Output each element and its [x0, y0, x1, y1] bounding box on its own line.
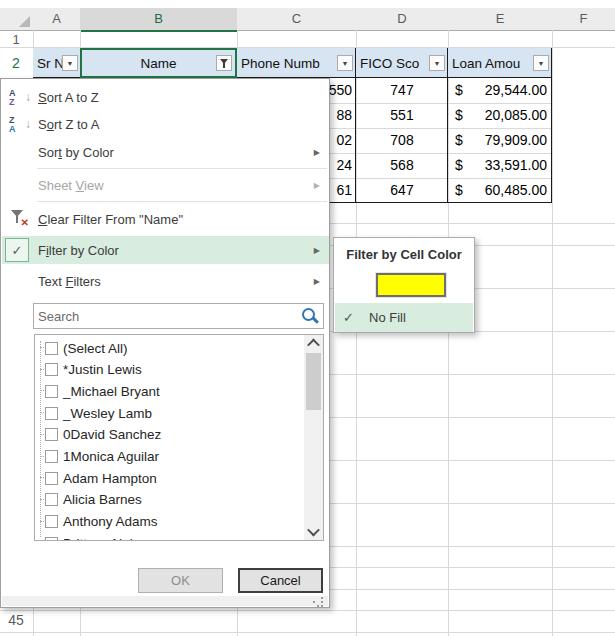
ok-button[interactable]: OK: [138, 568, 223, 593]
column-header-d[interactable]: D: [356, 8, 449, 31]
loan-filter-dropdown-button[interactable]: ▼: [533, 55, 549, 71]
checkbox[interactable]: [45, 515, 58, 528]
column-header-e[interactable]: E: [448, 8, 553, 31]
submenu-title: Filter by Cell Color: [334, 247, 474, 262]
list-item[interactable]: _Wesley Lamb: [35, 402, 303, 424]
loan-cell[interactable]: $33,591.00: [448, 153, 552, 178]
loan-amount: 20,085.00: [485, 103, 547, 128]
header-cell-loan[interactable]: Loan Amou ▼: [448, 48, 552, 78]
filter-by-cell-color-submenu: Filter by Cell Color ✓ No Fill: [333, 237, 475, 333]
currency-symbol: $: [455, 103, 463, 128]
menu-item-filter-by-color[interactable]: ✓ Filter by Color ▶: [2, 236, 329, 264]
list-item[interactable]: *Justin Lewis: [35, 359, 303, 381]
sr-filter-dropdown-button[interactable]: ▼: [62, 55, 78, 71]
list-item-label: Alicia Barnes: [63, 492, 142, 507]
chevron-down-icon: ▼: [67, 60, 74, 67]
header-cell-name-selected[interactable]: Name: [80, 48, 237, 78]
list-item-label: 1Monica Aguilar: [63, 449, 159, 464]
checkbox[interactable]: [45, 342, 58, 355]
checkbox[interactable]: [45, 493, 58, 506]
menu-item-text-filters[interactable]: Text Filters ▶: [2, 268, 329, 294]
fico-cell[interactable]: 551: [356, 103, 448, 128]
checkbox[interactable]: [45, 363, 58, 376]
menu-item-clear-filter[interactable]: ✕ Clear Filter From "Name": [2, 205, 329, 233]
menu-separator: [37, 201, 327, 202]
list-item[interactable]: 0David Sanchez: [35, 424, 303, 446]
checkbox[interactable]: [45, 450, 58, 463]
fico-cell[interactable]: 568: [356, 153, 448, 178]
header-cell-phone[interactable]: Phone Numb ▼: [237, 48, 356, 78]
menu-item-sort-by-color[interactable]: Sort by Color ▶: [2, 139, 329, 165]
search-icon[interactable]: [301, 307, 319, 325]
fico-cell[interactable]: 708: [356, 128, 448, 153]
menu-item-label: Text Filters: [38, 274, 101, 289]
list-item-label: *Justin Lewis: [63, 362, 142, 377]
currency-symbol: $: [455, 128, 463, 153]
chevron-down-icon: ▼: [342, 60, 349, 67]
select-all-corner[interactable]: [0, 8, 34, 31]
list-item-label: (Select All): [63, 341, 128, 356]
name-filter-active-button[interactable]: [216, 55, 232, 71]
checked-state-icon: ✓: [5, 238, 29, 262]
header-cell-sr-no[interactable]: Sr N ▼: [33, 48, 80, 78]
search-input[interactable]: [34, 304, 304, 328]
cancel-button[interactable]: Cancel: [238, 568, 323, 593]
list-item-label: _Wesley Lamb: [63, 406, 152, 421]
menu-item-label: Sort A to Z: [38, 90, 99, 105]
phone-filter-dropdown-button[interactable]: ▼: [337, 55, 353, 71]
row-number-2[interactable]: 2: [0, 48, 32, 78]
loan-cell[interactable]: $79,909.00: [448, 128, 552, 153]
row-number-1[interactable]: 1: [0, 30, 32, 48]
no-fill-label: No Fill: [369, 310, 406, 325]
fico-filter-dropdown-button[interactable]: ▼: [429, 55, 445, 71]
loan-cell[interactable]: $60,485.00: [448, 178, 552, 203]
menu-item-label: Filter by Color: [38, 243, 119, 258]
name-filter-dropdown-menu: AZ ↓ Sort A to Z ZA ↓ Sort Z to A Sort b…: [0, 78, 330, 608]
checkbox[interactable]: [45, 407, 58, 420]
scrollbar-thumb[interactable]: [306, 353, 321, 410]
header-cell-fico[interactable]: FICO Sco ▼: [356, 48, 448, 78]
loan-cell[interactable]: $29,544.00: [448, 78, 552, 103]
checkbox[interactable]: [45, 537, 58, 541]
excel-window: A B C D E F 1 2 45 Sr N ▼ Name Phone Num…: [0, 0, 615, 636]
list-item-label: _Michael Bryant: [63, 384, 160, 399]
fico-cell[interactable]: 647: [356, 178, 448, 203]
color-swatch[interactable]: [376, 273, 446, 297]
menu-item-sort-z-to-a[interactable]: ZA ↓ Sort Z to A: [2, 111, 329, 138]
header-label-name: Name: [140, 56, 176, 71]
currency-symbol: $: [455, 78, 463, 103]
list-item[interactable]: Alicia Barnes: [35, 489, 303, 511]
table-border: [355, 48, 356, 203]
list-item-select-all[interactable]: (Select All): [35, 337, 303, 359]
search-box: [33, 303, 324, 329]
column-header-f[interactable]: F: [552, 8, 615, 31]
checkbox[interactable]: [45, 472, 58, 485]
menu-resize-bar: [2, 596, 328, 606]
column-header-c[interactable]: C: [237, 8, 357, 31]
submenu-arrow-icon: ▶: [314, 148, 320, 157]
checkbox[interactable]: [45, 385, 58, 398]
list-item[interactable]: Anthony Adams: [35, 511, 303, 533]
column-header-b[interactable]: B: [80, 8, 238, 32]
menu-item-sort-a-to-z[interactable]: AZ ↓ Sort A to Z: [2, 84, 329, 111]
list-item[interactable]: Adam Hampton: [35, 467, 303, 489]
list-item[interactable]: _Michael Bryant: [35, 380, 303, 402]
no-fill-option[interactable]: ✓ No Fill: [335, 303, 473, 332]
submenu-arrow-icon: ▶: [314, 181, 320, 190]
list-item[interactable]: 1Monica Aguilar: [35, 446, 303, 468]
loan-amount: 33,591.00: [485, 153, 547, 178]
submenu-arrow-icon: ▶: [314, 277, 320, 286]
list-scrollbar[interactable]: [304, 335, 323, 540]
column-header-a[interactable]: A: [33, 8, 81, 31]
list-item-label: Adam Hampton: [63, 471, 157, 486]
checkbox[interactable]: [45, 428, 58, 441]
chevron-down-icon: ▼: [538, 60, 545, 67]
loan-cell[interactable]: $20,085.00: [448, 103, 552, 128]
sort-za-icon: ZA ↓: [9, 116, 31, 133]
menu-item-label: Sort Z to A: [38, 117, 99, 132]
resize-grip-icon[interactable]: [313, 601, 315, 603]
scroll-down-button[interactable]: [304, 523, 323, 540]
list-item[interactable]: Brittany Nolan: [35, 532, 303, 541]
fico-cell[interactable]: 747: [356, 78, 448, 103]
scroll-up-button[interactable]: [304, 335, 323, 352]
